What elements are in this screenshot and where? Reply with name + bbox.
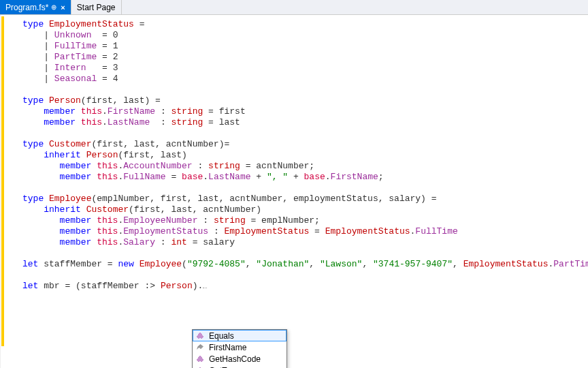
tab-bar: Program.fs* ⊕ × Start Page — [0, 0, 588, 15]
intellisense-item-gettype[interactable]: GetType — [193, 365, 287, 368]
intellisense-item-gethashcode[interactable]: GetHashCode — [193, 353, 287, 365]
code-content[interactable]: type EmploymentStatus = | Unknown = 0 | … — [1, 15, 588, 368]
change-indicator — [1, 16, 4, 346]
pin-icon[interactable]: ⊕ — [51, 3, 56, 11]
intellisense-popup[interactable]: EqualsFirstNameGetHashCodeGetTypeLastNam… — [192, 329, 287, 368]
intellisense-item-firstname[interactable]: FirstName — [193, 341, 287, 353]
intellisense-label: GetHashCode — [209, 354, 261, 364]
intellisense-item-equals[interactable]: Equals — [193, 330, 287, 341]
tab-start-page[interactable]: Start Page — [71, 0, 122, 14]
tab-program-fs[interactable]: Program.fs* ⊕ × — [0, 0, 71, 14]
close-icon[interactable]: × — [61, 3, 65, 12]
intellisense-label: GetType — [209, 366, 240, 369]
method-icon — [195, 331, 205, 341]
gutter — [0, 15, 1, 368]
tab-label: Start Page — [77, 3, 116, 12]
intellisense-label: Equals — [209, 331, 234, 341]
property-icon — [195, 343, 205, 352]
tab-label: Program.fs* — [5, 3, 48, 12]
intellisense-label: FirstName — [209, 343, 246, 352]
method-icon — [195, 354, 205, 364]
method-icon — [195, 366, 205, 369]
cursor — [203, 288, 207, 288]
code-editor[interactable]: type EmploymentStatus = | Unknown = 0 | … — [0, 15, 588, 368]
